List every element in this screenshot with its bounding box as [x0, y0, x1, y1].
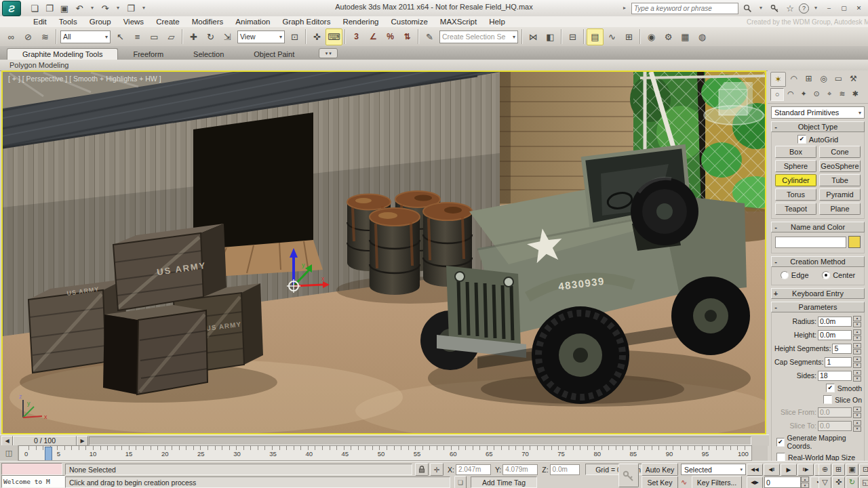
shapes-category-icon[interactable]: ◠	[785, 88, 797, 100]
next-frame-arrow[interactable]: ▶	[77, 436, 88, 446]
selection-filter-dropdown[interactable]: All▾	[60, 30, 111, 43]
smooth-checkbox[interactable]: ✔	[826, 384, 835, 392]
systems-category-icon[interactable]: ✱	[849, 88, 861, 100]
ribbon-tab-freeform[interactable]: Freeform	[118, 49, 178, 60]
open-file-icon[interactable]: ❐	[43, 1, 56, 15]
utilities-tab-icon[interactable]: ⚒	[846, 72, 861, 85]
play-button[interactable]: ▶	[781, 464, 797, 476]
maximize-viewport-toggle-icon[interactable]: ◱	[859, 476, 868, 488]
track-bar-ruler[interactable]: 0510152025303540455055606570758085909510…	[18, 445, 752, 461]
object-type-torus-button[interactable]: Torus	[775, 188, 816, 201]
height-field[interactable]: 0.0m	[818, 330, 852, 340]
material-editor-icon[interactable]: ◉	[643, 28, 660, 45]
mini-curve-editor-button[interactable]: ◫	[0, 445, 18, 461]
object-name-field[interactable]	[775, 237, 846, 248]
auto-key-button[interactable]: Auto Key	[642, 463, 678, 476]
viewport-label[interactable]: [ + ] [ Perspective ] [ Smooth + Highlig…	[8, 75, 161, 83]
window-crossing-icon[interactable]: ▱	[163, 28, 180, 45]
height-segments-field[interactable]: 5	[832, 344, 852, 354]
zoom-all-icon[interactable]: ⊞	[832, 464, 845, 476]
render-production-icon[interactable]: ◍	[694, 28, 711, 45]
set-keys-big-button[interactable]	[618, 464, 639, 487]
use-pivot-point-icon[interactable]: ⊡	[286, 28, 303, 45]
hierarchy-tab-icon[interactable]: ⊞	[802, 72, 816, 85]
ribbon-tab-object-paint[interactable]: Object Paint	[239, 49, 309, 60]
spinner-snap-icon[interactable]: ⇅	[399, 28, 416, 45]
search-dropdown-icon[interactable]: ▾	[756, 1, 766, 15]
object-type-pyramid-button[interactable]: Pyramid	[819, 188, 861, 201]
subscription-key-icon[interactable]	[768, 1, 781, 15]
x-coord-field[interactable]: 2.047m	[456, 464, 491, 475]
key-selection-dropdown[interactable]: Selected▾	[681, 464, 746, 475]
sides-field[interactable]: 18	[818, 371, 852, 381]
geometry-category-icon[interactable]: ○	[770, 88, 784, 101]
display-tab-icon[interactable]: ▭	[831, 72, 846, 85]
primitive-category-dropdown[interactable]: Standard Primitives ▾	[771, 106, 865, 119]
edit-named-selection-sets-icon[interactable]: ✎	[421, 28, 438, 45]
restore-button[interactable]: ▢	[837, 3, 850, 14]
layer-manager-icon[interactable]: ⊟	[564, 28, 581, 45]
add-time-tag-field[interactable]: Add Time Tag	[471, 476, 537, 488]
close-button[interactable]: ✕	[852, 3, 865, 14]
selection-lock-icon[interactable]	[415, 463, 429, 476]
key-filters-curve-icon[interactable]: ∿	[681, 478, 690, 487]
mirror-icon[interactable]: ⋈	[525, 28, 542, 45]
menu-animation[interactable]: Animation	[229, 18, 276, 26]
curve-editor-icon[interactable]: ∿	[604, 28, 620, 45]
graphite-ribbon-toggle-icon[interactable]: ▤	[587, 28, 604, 45]
object-type-cylinder-button[interactable]: Cylinder	[775, 174, 816, 186]
cap-segments-spinner[interactable]: ▲▼	[853, 357, 861, 368]
time-slider-handle[interactable]: 0 / 100	[13, 436, 77, 446]
minimize-button[interactable]: –	[823, 3, 835, 14]
cameras-category-icon[interactable]: ⊙	[810, 88, 823, 100]
keyboard-shortcut-override-icon[interactable]: ⌨	[326, 28, 342, 45]
center-radio[interactable]: Center	[822, 271, 855, 279]
redo-icon[interactable]: ↷	[98, 1, 112, 15]
orbit-icon[interactable]: ↻	[846, 476, 859, 488]
project-dropdown-icon[interactable]: ▾	[139, 1, 149, 15]
go-to-start-button[interactable]: ◀◀	[747, 464, 763, 476]
object-type-plane-button[interactable]: Plane	[819, 203, 861, 215]
z-coord-field[interactable]: 0.0m	[550, 464, 580, 475]
slice-on-checkbox[interactable]	[823, 395, 832, 404]
height-spinner[interactable]: ▲▼	[853, 329, 861, 341]
motion-tab-icon[interactable]: ◎	[816, 72, 831, 85]
menu-group[interactable]: Group	[83, 18, 117, 26]
object-type-box-button[interactable]: Box	[775, 146, 816, 158]
select-and-link-icon[interactable]: ∞	[3, 28, 20, 45]
rendered-frame-window-icon[interactable]: ▦	[677, 28, 694, 45]
key-filters-button[interactable]: Key Filters...	[692, 476, 742, 488]
perspective-viewport[interactable]: US ARMY US ARMY U	[1, 70, 766, 434]
viewport-canvas[interactable]: US ARMY US ARMY U	[3, 72, 765, 433]
autogrid-checkbox[interactable]: ✔	[797, 135, 806, 144]
set-key-button[interactable]: Set Key	[642, 476, 678, 488]
name-color-rollout-header[interactable]: - Name and Color	[771, 222, 865, 232]
zoom-extents-all-icon[interactable]: ⊡	[859, 464, 868, 476]
project-folder-icon[interactable]: ❐	[124, 1, 138, 15]
previous-frame-button[interactable]: ◀‖	[764, 464, 780, 476]
object-type-geosphere-button[interactable]: GeoSphere	[819, 160, 861, 172]
bind-to-space-warp-icon[interactable]: ≋	[37, 28, 54, 45]
current-frame-field[interactable]: 0	[764, 476, 801, 488]
object-type-tube-button[interactable]: Tube	[819, 174, 861, 186]
previous-frame-arrow[interactable]: ◀	[1, 436, 13, 446]
polygon-modeling-panel-label[interactable]: Polygon Modeling	[0, 61, 68, 69]
height-segments-spinner[interactable]: ▲▼	[853, 343, 861, 354]
zoom-icon[interactable]: ⊕	[818, 464, 831, 476]
radius-field[interactable]: 0.0m	[818, 317, 852, 327]
menu-maxscript[interactable]: MAXScript	[434, 18, 483, 26]
object-type-teapot-button[interactable]: Teapot	[775, 203, 816, 215]
help-icon[interactable]: ?	[799, 3, 809, 14]
pan-icon[interactable]: ✜	[832, 476, 845, 488]
app-logo-button[interactable]: Ƨ	[2, 1, 21, 16]
generate-mapping-coords-checkbox[interactable]: ✔	[776, 438, 785, 447]
favorites-star-icon[interactable]: ☆	[783, 1, 797, 15]
menu-views[interactable]: Views	[117, 18, 150, 26]
object-type-cone-button[interactable]: Cone	[819, 146, 861, 158]
creation-method-rollout-header[interactable]: - Creation Method	[771, 256, 865, 267]
object-color-swatch[interactable]	[848, 236, 861, 248]
spacewarps-category-icon[interactable]: ≋	[836, 88, 848, 100]
ribbon-tab-graphite[interactable]: Graphite Modeling Tools	[7, 48, 118, 60]
menu-edit[interactable]: Edit	[27, 18, 53, 26]
menu-rendering[interactable]: Rendering	[336, 18, 384, 26]
